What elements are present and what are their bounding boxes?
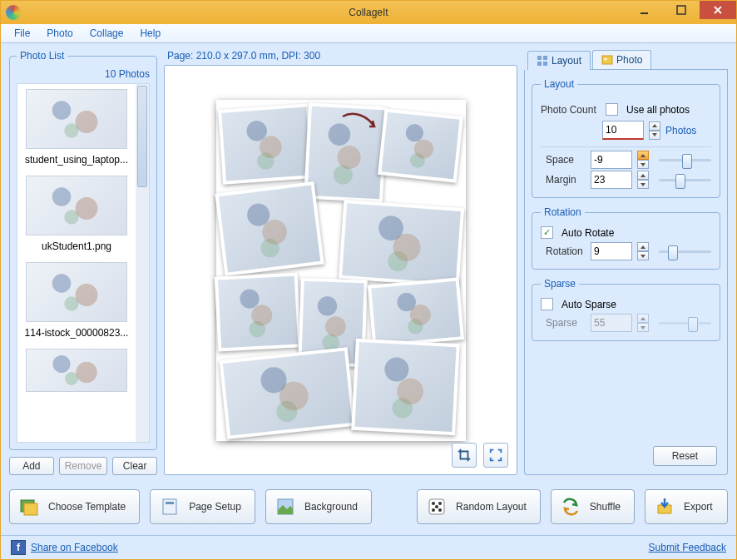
collage-photo[interactable] bbox=[217, 103, 314, 184]
collage-photo[interactable] bbox=[378, 108, 463, 182]
dice-icon bbox=[426, 496, 448, 518]
svg-rect-5 bbox=[543, 62, 547, 66]
fit-screen-button[interactable] bbox=[483, 443, 508, 468]
collage-photo[interactable] bbox=[338, 200, 463, 287]
menu-help[interactable]: Help bbox=[133, 26, 167, 41]
svg-point-16 bbox=[435, 505, 438, 508]
share-facebook-label: Share on Facebook bbox=[31, 542, 118, 553]
collage-photo[interactable] bbox=[351, 338, 460, 434]
collage-photo[interactable] bbox=[214, 272, 301, 351]
page-info-text: Page: 210.0 x 297.0 mm, DPI: 300 bbox=[167, 50, 517, 62]
share-facebook-link[interactable]: f Share on Facebook bbox=[11, 540, 118, 555]
sparse-slider bbox=[659, 315, 711, 330]
photo-count-spinner[interactable] bbox=[649, 121, 660, 140]
rotation-slider[interactable] bbox=[659, 244, 711, 259]
margin-slider[interactable] bbox=[659, 172, 711, 187]
margin-spinner[interactable] bbox=[637, 171, 649, 189]
choose-template-button[interactable]: Choose Template bbox=[9, 489, 140, 524]
list-item[interactable]: student_using_laptop... bbox=[17, 84, 136, 171]
photo-count-input[interactable] bbox=[602, 121, 644, 140]
minimize-button[interactable] bbox=[626, 1, 663, 19]
remove-button[interactable]: Remove bbox=[59, 457, 108, 475]
app-window: CollageIt File Photo Collage Help Photo … bbox=[0, 0, 737, 560]
page-setup-button[interactable]: Page Setup bbox=[150, 489, 255, 524]
background-label: Background bbox=[304, 501, 358, 513]
svg-rect-0 bbox=[641, 12, 648, 14]
shuffle-label: Shuffle bbox=[590, 501, 621, 513]
layout-grid-icon bbox=[537, 55, 548, 67]
settings-panel: Layout Photo Layout Photo Count Use all … bbox=[524, 50, 728, 475]
close-button[interactable] bbox=[700, 1, 736, 19]
thumbnail-label: student_using_laptop... bbox=[21, 154, 132, 166]
thumbnail-label: 114-istock_00000823... bbox=[21, 327, 132, 339]
list-item[interactable]: 114-istock_00000823... bbox=[17, 257, 136, 344]
maximize-button[interactable] bbox=[663, 1, 700, 19]
svg-point-14 bbox=[432, 502, 435, 505]
space-slider[interactable] bbox=[659, 152, 711, 167]
thumbnail-image bbox=[26, 349, 127, 392]
crop-tool-button[interactable] bbox=[452, 443, 477, 468]
use-all-photos-checkbox[interactable] bbox=[606, 103, 618, 116]
thumbnail-image bbox=[26, 262, 127, 322]
menu-collage[interactable]: Collage bbox=[83, 26, 131, 41]
space-input[interactable] bbox=[591, 151, 632, 169]
space-label: Space bbox=[546, 154, 586, 166]
collage-photo[interactable] bbox=[219, 347, 355, 439]
sparse-group: Sparse Auto Sparse Sparse bbox=[532, 278, 720, 341]
menu-photo[interactable]: Photo bbox=[40, 26, 79, 41]
use-all-photos-label: Use all photos bbox=[626, 104, 690, 116]
auto-rotate-label: Auto Rotate bbox=[561, 227, 614, 239]
export-button[interactable]: Export bbox=[645, 489, 728, 524]
rotation-spinner[interactable] bbox=[637, 242, 649, 260]
shuffle-button[interactable]: Shuffle bbox=[551, 489, 635, 524]
collage-page[interactable] bbox=[216, 100, 466, 441]
svg-rect-11 bbox=[166, 502, 174, 504]
layout-group: Layout Photo Count Use all photos Photos… bbox=[532, 78, 720, 198]
rotation-input[interactable] bbox=[591, 242, 632, 260]
submit-feedback-link[interactable]: Submit Feedback bbox=[649, 542, 726, 553]
background-icon bbox=[275, 496, 296, 518]
svg-point-7 bbox=[605, 58, 607, 61]
sparse-spinner bbox=[637, 314, 649, 332]
clear-button[interactable]: Clear bbox=[112, 457, 157, 475]
background-button[interactable]: Background bbox=[265, 489, 372, 524]
svg-rect-2 bbox=[537, 56, 542, 60]
svg-rect-3 bbox=[543, 56, 547, 60]
margin-input[interactable] bbox=[591, 171, 632, 189]
reset-button[interactable]: Reset bbox=[653, 446, 717, 466]
rotation-legend: Rotation bbox=[541, 206, 585, 218]
statusbar: f Share on Facebook Submit Feedback bbox=[1, 535, 736, 559]
auto-rotate-checkbox[interactable] bbox=[541, 226, 553, 239]
scrollbar[interactable] bbox=[136, 84, 149, 442]
tab-photo-label: Photo bbox=[616, 54, 642, 66]
auto-sparse-checkbox[interactable] bbox=[541, 298, 553, 310]
template-icon bbox=[18, 496, 40, 518]
photo-list[interactable]: student_using_laptop... ukStudent1.png 1… bbox=[17, 84, 136, 442]
collage-photo[interactable] bbox=[367, 277, 463, 347]
page-setup-label: Page Setup bbox=[189, 501, 241, 513]
photo-list-legend: Photo List bbox=[17, 50, 67, 62]
space-spinner[interactable] bbox=[637, 151, 649, 169]
canvas-area[interactable] bbox=[164, 65, 517, 475]
svg-rect-4 bbox=[537, 62, 542, 66]
rotation-group: Rotation Auto Rotate Rotation bbox=[532, 206, 720, 270]
svg-rect-10 bbox=[163, 499, 176, 514]
tab-layout[interactable]: Layout bbox=[527, 51, 591, 70]
sparse-label: Sparse bbox=[546, 317, 586, 329]
photo-icon bbox=[601, 54, 613, 66]
random-layout-button[interactable]: Random Layout bbox=[417, 489, 541, 524]
layout-legend: Layout bbox=[541, 78, 577, 90]
svg-rect-6 bbox=[602, 56, 612, 64]
add-button[interactable]: Add bbox=[9, 457, 54, 475]
collage-photo[interactable] bbox=[215, 181, 324, 276]
tab-layout-label: Layout bbox=[552, 55, 581, 67]
photo-list-panel: Photo List 10 Photos student_using_lapto… bbox=[9, 50, 157, 475]
list-item[interactable]: ukStudent1.png bbox=[17, 171, 136, 257]
tab-photo[interactable]: Photo bbox=[592, 50, 651, 69]
sparse-input bbox=[591, 314, 632, 332]
facebook-icon: f bbox=[11, 540, 26, 555]
menu-file[interactable]: File bbox=[7, 26, 37, 41]
photos-suffix-label: Photos bbox=[665, 125, 696, 136]
list-item[interactable] bbox=[17, 344, 136, 402]
margin-label: Margin bbox=[546, 174, 586, 186]
